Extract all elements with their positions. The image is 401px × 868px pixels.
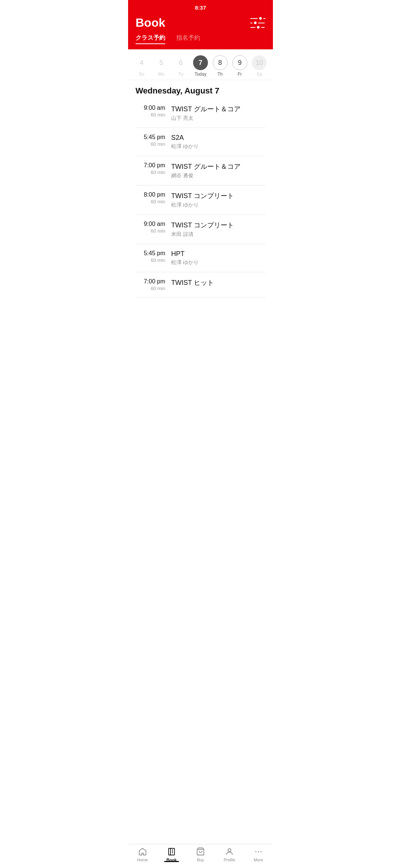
schedule-item-7[interactable]: 7:00 pm 60 min TWIST ヒット bbox=[136, 272, 265, 297]
instructor-5: 米田 諒清 bbox=[171, 231, 265, 238]
calendar-day-10[interactable]: 10 Sa bbox=[252, 55, 267, 77]
date-heading: Wednesday, August 7 bbox=[128, 80, 273, 99]
time-duration-6: 60 min bbox=[136, 257, 165, 263]
tabs-container: クラス予約 指名予約 bbox=[128, 30, 273, 49]
instructor-6: 松澤 ゆかり bbox=[171, 259, 265, 266]
status-bar: 8:37 bbox=[128, 0, 273, 13]
class-name-5: TWIST コンプリート bbox=[171, 221, 265, 230]
time-duration-1: 60 min bbox=[136, 112, 165, 118]
calendar-day-7[interactable]: 7 Today bbox=[193, 55, 208, 77]
calendar-day-6[interactable]: 6 Tu bbox=[173, 55, 188, 77]
class-name-7: TWIST ヒット bbox=[171, 278, 265, 287]
schedule-item-4[interactable]: 8:00 pm 60 min TWIST コンプリート 松澤 ゆかり bbox=[136, 185, 265, 215]
page-title: Book bbox=[136, 16, 165, 30]
header: Book bbox=[128, 13, 273, 30]
class-name-6: HPT bbox=[171, 250, 265, 258]
time-main-5: 9:00 am bbox=[136, 221, 165, 227]
schedule-list: 9:00 am 60 min TWIST グルート＆コア 山下 亮太 5:45 … bbox=[128, 99, 273, 297]
instructor-2: 松澤 ゆかり bbox=[171, 143, 265, 150]
instructor-3: 網谷 勇俊 bbox=[171, 172, 265, 179]
calendar-day-4[interactable]: 4 Su bbox=[134, 55, 149, 77]
schedule-item-1[interactable]: 9:00 am 60 min TWIST グルート＆コア 山下 亮太 bbox=[136, 99, 265, 128]
calendar-strip: 4 Su 5 Mo 6 Tu 7 Today 8 Th 9 Fr 10 Sa bbox=[128, 49, 273, 80]
time-duration-4: 60 min bbox=[136, 199, 165, 204]
schedule-item-3[interactable]: 7:00 pm 60 min TWIST グルート＆コア 網谷 勇俊 bbox=[136, 156, 265, 185]
time-main-4: 8:00 pm bbox=[136, 191, 165, 198]
class-name-4: TWIST コンプリート bbox=[171, 191, 265, 200]
instructor-4: 松澤 ゆかり bbox=[171, 202, 265, 208]
calendar-day-8[interactable]: 8 Th bbox=[213, 55, 228, 77]
time-main-1: 9:00 am bbox=[136, 105, 165, 111]
time-duration-7: 60 min bbox=[136, 286, 165, 291]
calendar-day-9[interactable]: 9 Fr bbox=[232, 55, 247, 77]
time-main-3: 7:00 pm bbox=[136, 162, 165, 169]
schedule-item-2[interactable]: 5:45 pm 60 min S2A 松澤 ゆかり bbox=[136, 128, 265, 156]
schedule-item-5[interactable]: 9:00 am 60 min TWIST コンプリート 米田 諒清 bbox=[136, 215, 265, 244]
class-name-1: TWIST グルート＆コア bbox=[171, 105, 265, 114]
instructor-1: 山下 亮太 bbox=[171, 115, 265, 122]
status-time: 8:37 bbox=[195, 4, 206, 11]
time-main-2: 5:45 pm bbox=[136, 134, 165, 141]
class-name-3: TWIST グルート＆コア bbox=[171, 162, 265, 171]
tab-personal-booking[interactable]: 指名予約 bbox=[176, 34, 200, 44]
tab-class-booking[interactable]: クラス予約 bbox=[136, 34, 165, 44]
filter-button[interactable] bbox=[250, 17, 265, 29]
time-duration-2: 60 min bbox=[136, 141, 165, 147]
time-duration-3: 60 min bbox=[136, 170, 165, 175]
time-main-6: 5:45 pm bbox=[136, 250, 165, 257]
time-duration-5: 60 min bbox=[136, 228, 165, 234]
class-name-2: S2A bbox=[171, 134, 265, 142]
time-main-7: 7:00 pm bbox=[136, 278, 165, 285]
schedule-item-6[interactable]: 5:45 pm 60 min HPT 松澤 ゆかり bbox=[136, 244, 265, 272]
calendar-day-5[interactable]: 5 Mo bbox=[154, 55, 169, 77]
